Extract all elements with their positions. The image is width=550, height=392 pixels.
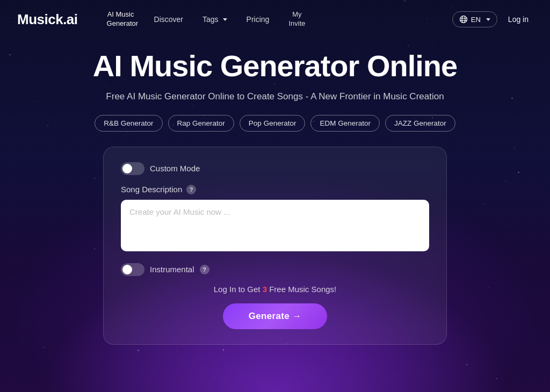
instrumental-row: Instrumental ?	[121, 263, 429, 276]
nav-item-discover[interactable]: Discover	[147, 10, 191, 28]
instrumental-toggle-knob	[122, 265, 132, 274]
svg-point-1	[462, 16, 465, 23]
free-count: 3	[263, 285, 267, 294]
toggle-knob	[122, 164, 132, 173]
custom-mode-label: Custom Mode	[150, 164, 200, 173]
nav-item-pricing[interactable]: Pricing	[239, 10, 277, 28]
instrumental-label: Instrumental	[150, 265, 194, 274]
generator-card: Custom Mode Song Description ? Instrumen…	[103, 147, 447, 345]
lang-chevron-icon	[486, 18, 490, 21]
tags-chevron-icon	[223, 18, 227, 21]
logo[interactable]: Musick.ai	[17, 11, 78, 28]
custom-mode-toggle[interactable]	[121, 162, 144, 175]
song-description-label-row: Song Description ?	[121, 185, 429, 194]
hero-title: AI Music Generator Online	[17, 49, 533, 83]
song-description-help-icon[interactable]: ?	[186, 185, 196, 194]
hero-section: AI Music Generator Online Free AI Music …	[0, 39, 550, 345]
hero-subtitle: Free AI Music Generator Online to Create…	[17, 91, 533, 102]
globe-icon	[459, 15, 468, 24]
nav-links: AI Music Generator Discover Tags Pricing…	[99, 6, 452, 33]
nav-right: EN Log in	[452, 11, 533, 27]
song-description-input[interactable]	[121, 200, 429, 251]
genre-rnb[interactable]: R&B Generator	[95, 115, 162, 132]
nav-item-tags[interactable]: Tags	[195, 10, 235, 28]
genre-pop[interactable]: Pop Generator	[240, 115, 306, 132]
instrumental-toggle[interactable]	[121, 263, 144, 276]
custom-mode-row: Custom Mode	[121, 162, 429, 175]
lang-label: EN	[471, 16, 481, 24]
song-description-label: Song Description	[121, 185, 182, 194]
navbar: Musick.ai AI Music Generator Discover Ta…	[0, 0, 550, 39]
login-button[interactable]: Log in	[504, 12, 533, 27]
login-note: Log In to Get 3 Free Music Songs!	[121, 285, 429, 294]
svg-point-0	[460, 16, 467, 23]
login-note-suffix: Free Music Songs!	[267, 285, 336, 294]
login-note-prefix: Log In to Get	[214, 285, 263, 294]
language-button[interactable]: EN	[452, 11, 497, 27]
nav-item-ai-music-generator[interactable]: AI Music Generator	[99, 6, 142, 33]
genre-edm[interactable]: EDM Generator	[310, 115, 380, 132]
generate-button[interactable]: Generate →	[223, 303, 327, 329]
genre-jazz[interactable]: JAZZ Generator	[385, 115, 455, 132]
genre-rap[interactable]: Rap Generator	[168, 115, 234, 132]
nav-item-my-invite[interactable]: My Invite	[281, 6, 313, 33]
instrumental-help-icon[interactable]: ?	[200, 265, 209, 274]
genre-tags: R&B Generator Rap Generator Pop Generato…	[17, 115, 533, 132]
